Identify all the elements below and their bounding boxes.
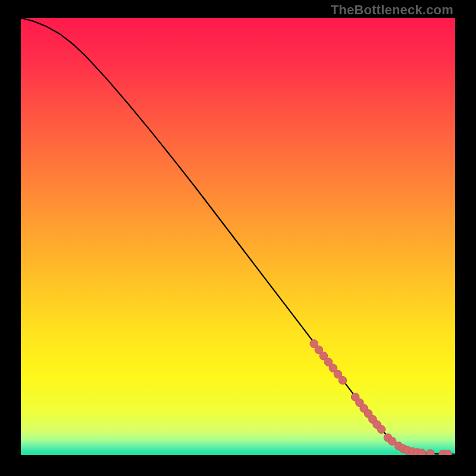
plot-area <box>21 18 455 455</box>
watermark-text: TheBottleneck.com <box>331 2 453 18</box>
gradient-background <box>21 18 455 455</box>
chart-frame: TheBottleneck.com <box>0 0 476 476</box>
data-marker <box>377 425 386 434</box>
data-marker <box>427 450 435 455</box>
chart-svg <box>21 18 455 455</box>
data-marker <box>339 377 347 385</box>
data-marker <box>418 449 426 455</box>
